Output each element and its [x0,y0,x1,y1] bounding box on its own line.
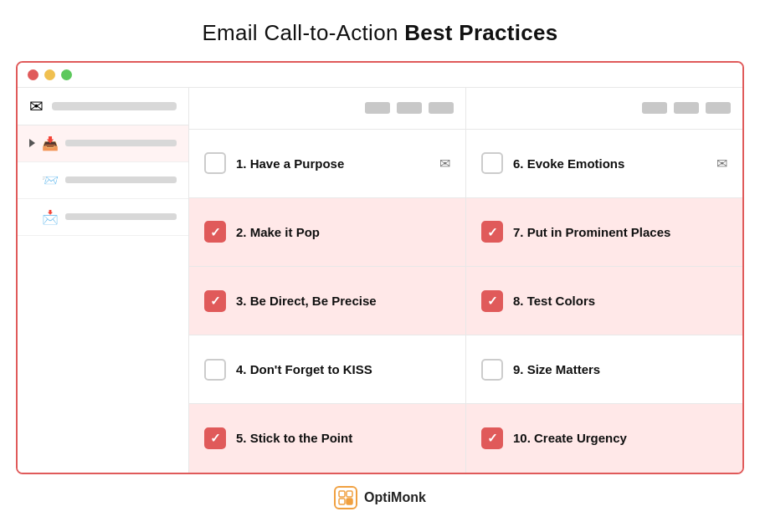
svg-rect-0 [339,491,345,497]
top-bar-block-2 [397,102,422,114]
checklist-grid: 1. Have a Purpose ✉ 6. Evoke Emotions ✉ … [189,130,742,473]
checklist-cell-2: ✓ 2. Make it Pop [189,198,466,266]
envelope-icon: ✉ [29,96,44,116]
checkbox-5[interactable]: ✓ [204,427,226,449]
sent-icon: 📨 [42,172,59,188]
drafts-icon: 📩 [42,209,59,225]
item-label-2: 2. Make it Pop [236,225,450,239]
page-title: Email Call-to-Action Best Practices [202,20,557,46]
top-bar-left [189,88,466,129]
checklist-row-4: 4. Don't Forget to KISS 9. Size Matters [189,335,742,404]
top-bar-block-5 [674,102,699,114]
sidebar-line-1 [65,140,177,146]
checkmark-2: ✓ [210,226,221,238]
checkmark-10: ✓ [487,432,498,444]
footer: OptiMonk [334,486,426,509]
checkbox-2[interactable]: ✓ [204,221,226,243]
title-regular: Email Call-to-Action [202,20,404,45]
item-label-9: 9. Size Matters [513,362,727,376]
checklist-cell-4: 4. Don't Forget to KISS [189,335,466,403]
top-bar-block-3 [429,102,454,114]
checkmark-7: ✓ [487,226,498,238]
checklist-cell-7: ✓ 7. Put in Prominent Places [466,198,742,266]
item-label-7: 7. Put in Prominent Places [513,225,727,239]
brand-name: OptiMonk [364,490,426,505]
checklist-cell-5: ✓ 5. Stick to the Point [189,404,466,472]
top-bar-row [189,88,742,130]
sidebar-line-2 [65,176,177,183]
checkbox-10[interactable]: ✓ [481,427,503,449]
item-label-6: 6. Evoke Emotions [513,156,706,171]
logo-svg [338,490,353,505]
sidebar-header: ✉ [18,88,188,125]
item-label-10: 10. Create Urgency [513,431,727,445]
main-content: 1. Have a Purpose ✉ 6. Evoke Emotions ✉ … [189,88,742,473]
dot-green[interactable] [61,69,72,80]
email-icon-6: ✉ [716,156,727,171]
top-bar-block-6 [706,102,731,114]
checkbox-1[interactable] [204,152,226,174]
item-label-8: 8. Test Colors [513,294,727,308]
dot-yellow[interactable] [44,69,55,80]
checklist-cell-10: ✓ 10. Create Urgency [466,404,742,472]
checkbox-8[interactable]: ✓ [481,290,503,312]
checkmark-3: ✓ [210,294,221,307]
inbox-icon: 📥 [42,136,59,151]
checkbox-6[interactable] [481,152,503,174]
svg-rect-1 [347,491,352,497]
optimonk-logo-icon [334,486,357,509]
checklist-row-5: ✓ 5. Stick to the Point ✓ 10. Create Urg… [189,404,742,472]
item-label-5: 5. Stick to the Point [236,431,450,445]
checklist-cell-8: ✓ 8. Test Colors [466,267,742,335]
sidebar-item-drafts[interactable]: 📩 [18,199,188,236]
checkbox-7[interactable]: ✓ [481,221,503,243]
sidebar-item-sent[interactable]: 📨 [18,162,188,199]
checkbox-4[interactable] [204,359,226,381]
sidebar-bar-line [52,102,177,110]
item-label-1: 1. Have a Purpose [236,156,429,171]
item-label-3: 3. Be Direct, Be Precise [236,294,450,308]
title-bold: Best Practices [404,20,557,45]
sidebar-item-inbox[interactable]: 📥 [18,125,188,162]
top-bar-block-4 [642,102,667,114]
browser-content: ✉ 📥 📨 📩 [18,88,742,473]
svg-rect-2 [339,499,345,504]
sidebar: ✉ 📥 📨 📩 [18,88,189,473]
sidebar-line-3 [65,213,177,220]
checklist-row-1: 1. Have a Purpose ✉ 6. Evoke Emotions ✉ [189,130,742,198]
expand-triangle-icon [29,139,35,147]
checklist-row-3: ✓ 3. Be Direct, Be Precise ✓ 8. Test Col… [189,267,742,335]
checkmark-5: ✓ [210,432,221,444]
checklist-cell-9: 9. Size Matters [466,335,742,403]
top-bar-block-1 [365,102,390,114]
checkmark-8: ✓ [487,294,498,307]
browser-bar [18,63,742,88]
checkbox-3[interactable]: ✓ [204,290,226,312]
email-icon-1: ✉ [439,156,450,171]
checkbox-9[interactable] [481,359,503,381]
dot-red[interactable] [28,69,39,80]
item-label-4: 4. Don't Forget to KISS [236,362,450,376]
checklist-row-2: ✓ 2. Make it Pop ✓ 7. Put in Prominent P… [189,198,742,267]
checklist-cell-1: 1. Have a Purpose ✉ [189,130,466,197]
checklist-cell-6: 6. Evoke Emotions ✉ [466,130,742,197]
top-bar-right [466,88,742,129]
svg-rect-3 [347,499,352,504]
checklist-cell-3: ✓ 3. Be Direct, Be Precise [189,267,466,335]
browser-frame: ✉ 📥 📨 📩 [16,61,744,474]
